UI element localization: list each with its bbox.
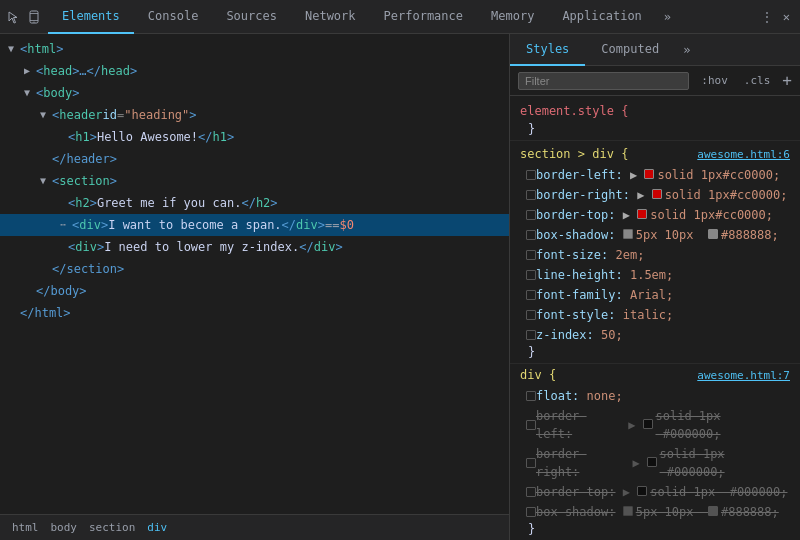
hov-button[interactable]: :hov: [697, 73, 732, 88]
filter-bar: :hov .cls +: [510, 66, 800, 96]
breadcrumb-section[interactable]: section: [85, 520, 139, 535]
cursor-icon[interactable]: [6, 9, 22, 25]
shadow-swatch[interactable]: [623, 229, 633, 239]
expand-arrow: [56, 193, 68, 213]
tab-performance[interactable]: Performance: [370, 0, 477, 34]
css-property-div-box-shadow[interactable]: box-shadow: 5px 10px #888888;: [520, 502, 790, 522]
color-swatch-888-2[interactable]: [708, 506, 718, 516]
rule-close-brace: }: [520, 345, 790, 359]
main-tabs-bar: Elements Console Sources Network Perform…: [48, 0, 751, 34]
tabs-overflow-button[interactable]: »: [656, 0, 679, 34]
styles-tabs: Styles Computed »: [510, 34, 800, 66]
expand-arrow: [56, 127, 68, 147]
breadcrumb-div[interactable]: div: [143, 520, 171, 535]
list-item[interactable]: <h1>Hello Awesome!</h1>: [0, 126, 509, 148]
styles-panel: Styles Computed » :hov .cls + element.st…: [510, 34, 800, 540]
color-swatch-cc0000-3[interactable]: [637, 209, 647, 219]
color-swatch-000-2[interactable]: [647, 457, 657, 467]
css-property-line-height[interactable]: line-height: 1.5em;: [520, 265, 790, 285]
css-property-z-index[interactable]: z-index: 50;: [520, 325, 790, 345]
css-property-border-right[interactable]: border-right: ▶ solid 1px #cc0000;: [520, 185, 790, 205]
list-item[interactable]: ▼ <header id="heading" >: [0, 104, 509, 126]
rule-close-brace: }: [520, 122, 790, 136]
breadcrumb-body[interactable]: body: [47, 520, 82, 535]
svg-rect-0: [30, 11, 38, 23]
elements-tree: ▼ <html> ▶ <head>…</head> ▼ <body> ▼ <he…: [0, 34, 509, 514]
list-item[interactable]: </header>: [0, 148, 509, 170]
filter-input[interactable]: [518, 72, 689, 90]
cls-button[interactable]: .cls: [740, 73, 775, 88]
rule-source[interactable]: awesome.html:7: [697, 369, 790, 382]
expand-arrow[interactable]: ▼: [24, 83, 36, 103]
css-property-div-border-top[interactable]: border-top: ▶ solid 1px #000000;: [520, 482, 790, 502]
toolbar-right: ⋮ ✕: [751, 8, 800, 26]
list-item[interactable]: ▶ <head>…</head>: [0, 60, 509, 82]
rule-section-div: section > div { awesome.html:6 border-le…: [510, 143, 800, 364]
rule-selector[interactable]: div {: [520, 368, 556, 382]
breadcrumb: html body section div: [0, 514, 509, 540]
main-content: ▼ <html> ▶ <head>…</head> ▼ <body> ▼ <he…: [0, 34, 800, 540]
css-property-border-left[interactable]: border-left: ▶ solid 1px #cc0000;: [520, 165, 790, 185]
expand-arrow: [40, 149, 52, 169]
rule-selector[interactable]: section > div {: [520, 147, 628, 161]
expand-arrow[interactable]: ▼: [40, 171, 52, 191]
elements-panel: ▼ <html> ▶ <head>…</head> ▼ <body> ▼ <he…: [0, 34, 510, 540]
list-item[interactable]: </html>: [0, 302, 509, 324]
tab-computed[interactable]: Computed: [585, 34, 675, 66]
more-options-icon[interactable]: ⋮: [759, 8, 775, 26]
color-swatch-000-1[interactable]: [643, 419, 653, 429]
color-swatch-cc0000-2[interactable]: [652, 189, 662, 199]
css-property-border-top[interactable]: border-top: ▶ solid 1px #cc0000;: [520, 205, 790, 225]
list-item[interactable]: ▼ <section>: [0, 170, 509, 192]
breadcrumb-html[interactable]: html: [8, 520, 43, 535]
color-swatch-000-3[interactable]: [637, 486, 647, 496]
expand-arrow: [24, 281, 36, 301]
list-item[interactable]: ▼ <body>: [0, 82, 509, 104]
add-style-button[interactable]: +: [782, 73, 792, 89]
list-item[interactable]: ▼ <html>: [0, 38, 509, 60]
expand-arrow: [40, 259, 52, 279]
css-property-font-size[interactable]: font-size: 2em;: [520, 245, 790, 265]
tab-styles[interactable]: Styles: [510, 34, 585, 66]
styles-content: element.style { } section > div { awesom…: [510, 96, 800, 540]
svg-point-3: [33, 21, 34, 22]
css-property-font-family[interactable]: font-family: Arial;: [520, 285, 790, 305]
expand-arrow[interactable]: ▼: [8, 39, 20, 59]
css-property-font-style[interactable]: font-style: italic;: [520, 305, 790, 325]
expand-arrow[interactable]: ▶: [24, 61, 36, 81]
css-property-div-border-right[interactable]: border-right: ▶ solid 1px #000000;: [520, 444, 790, 482]
rule-close-brace: }: [520, 522, 790, 536]
list-item[interactable]: <div>I need to lower my z-index.</div>: [0, 236, 509, 258]
rule-selector[interactable]: element.style {: [520, 104, 628, 118]
tab-memory[interactable]: Memory: [477, 0, 548, 34]
css-property-box-shadow[interactable]: box-shadow: 5px 10px #888888;: [520, 225, 790, 245]
toolbar-icons: [0, 9, 48, 25]
rule-div: div { awesome.html:7 float: none; border…: [510, 364, 800, 540]
styles-tabs-overflow[interactable]: »: [675, 43, 698, 57]
more-icon[interactable]: ⋯: [56, 215, 70, 235]
css-property-float[interactable]: float: none;: [520, 386, 790, 406]
tab-console[interactable]: Console: [134, 0, 213, 34]
tab-elements[interactable]: Elements: [48, 0, 134, 34]
color-swatch-888888[interactable]: [708, 229, 718, 239]
tab-sources[interactable]: Sources: [212, 0, 291, 34]
list-item[interactable]: </section>: [0, 258, 509, 280]
expand-arrow[interactable]: ▼: [40, 105, 52, 125]
list-item[interactable]: </body>: [0, 280, 509, 302]
expand-arrow: [56, 237, 68, 257]
rule-element-style: element.style { }: [510, 100, 800, 141]
tab-network[interactable]: Network: [291, 0, 370, 34]
close-devtools-icon[interactable]: ✕: [781, 8, 792, 26]
list-item[interactable]: ⋯ <div>I want to become a span.</div> ==…: [0, 214, 509, 236]
list-item[interactable]: <h2>Greet me if you can.</h2>: [0, 192, 509, 214]
css-property-div-border-left[interactable]: border-left: ▶ solid 1px #000000;: [520, 406, 790, 444]
shadow-swatch-2[interactable]: [623, 506, 633, 516]
top-toolbar: Elements Console Sources Network Perform…: [0, 0, 800, 34]
mobile-icon[interactable]: [26, 9, 42, 25]
color-swatch-cc0000-1[interactable]: [644, 169, 654, 179]
expand-arrow: [8, 303, 20, 323]
rule-source[interactable]: awesome.html:6: [697, 148, 790, 161]
tab-application[interactable]: Application: [548, 0, 655, 34]
